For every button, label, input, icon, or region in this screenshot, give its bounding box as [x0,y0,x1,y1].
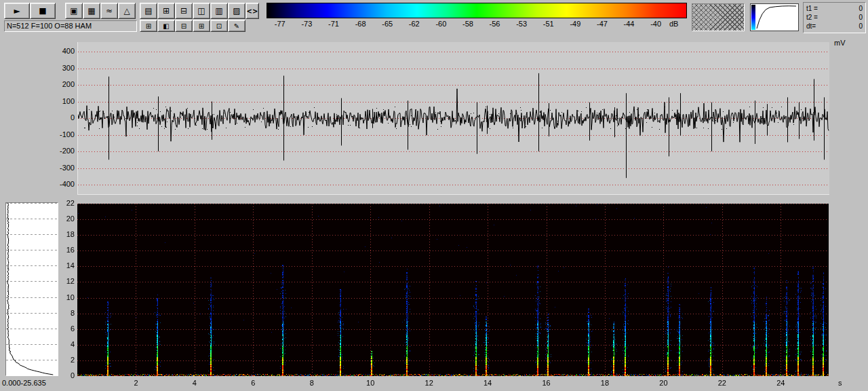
spectrogram-x-tick: 18 [597,379,613,387]
grid-layout-full-button[interactable]: ⊞ [140,20,157,32]
vertical-split-button[interactable]: ◫ [193,3,210,19]
spectrogram-x-tick: 2 [127,379,144,387]
time-readout-panel: t1 =0t2 =0dt=0 [803,2,866,33]
time-readout-value: 0 [859,13,863,22]
colorbar-tick: -65 [374,20,401,28]
waveform-y-tick: -400 [43,180,75,188]
spectrum-histogram-canvas [6,203,58,375]
spectrogram-x-tick: 8 [304,379,320,387]
db-colorbar: -77-73-71-68-65-62-60-58-56-53-51-49-47-… [267,3,687,28]
spectrogram-y-tick: 22 [43,199,75,207]
colorbar-tick: -60 [428,20,455,28]
colorbar-tick: -68 [347,20,374,28]
colorbar-tick: -44 [616,20,643,28]
grid-layout-bottom-button[interactable]: ⊟ [175,20,193,32]
time-readout-value: 0 [859,4,863,13]
waveform-plot[interactable] [77,42,829,195]
spectrogram-y-tick: 16 [43,246,75,254]
spectrogram-y-tick: 6 [43,324,75,333]
waveform-unit-label: mV [834,39,846,47]
spectrogram-y-tick: 18 [43,230,75,238]
time-readout-label: t1 = [806,4,818,13]
layout-toolbar-group: ⊞◧⊟⊞⊡✎ [140,20,245,32]
spectrogram-y-tick: 4 [43,340,75,348]
signal-view-button[interactable]: ≈ [100,3,118,19]
colorbar-unit-label: dB [669,20,687,28]
grid-layout-single-button[interactable]: ⊡ [210,20,228,32]
play-button[interactable]: ► [4,3,30,19]
spectrogram-x-tick: 10 [362,379,378,387]
spectrum-histogram-panel [5,202,58,376]
colorbar-tick: -53 [508,20,535,28]
spectrogram-x-tick: 12 [421,379,437,387]
colorbar-tick: -47 [589,20,616,28]
spectrogram-x-tick: 4 [186,379,203,387]
window-function-button[interactable]: △ [118,3,136,19]
spectrogram-x-tick: 24 [772,379,789,387]
print-button[interactable]: ▥ [210,3,228,19]
waveform-y-tick: -100 [43,130,75,138]
spectrogram-x-tick: 6 [245,379,261,387]
waveform-y-tick: 200 [43,80,75,88]
waveform-y-tick: 100 [43,97,75,105]
spectrogram-plot[interactable] [77,204,829,376]
stop-button[interactable]: ■ [30,3,56,19]
colorbar-tick: -49 [562,20,589,28]
transport-buttons: ►■ [4,3,56,19]
hatch-pattern-box [692,3,745,31]
waveform-y-tick: -200 [43,147,75,155]
grid-layout-quad-button[interactable]: ⊞ [193,20,210,32]
spectrogram-x-tick: 20 [655,379,671,387]
save-button[interactable]: ▦ [83,3,100,19]
view-toolbar-group: ▤⊞⊟◫▥▨<> [140,3,259,19]
colorbar-tick: -73 [294,20,321,28]
waveform-y-tick: -300 [43,164,75,172]
colorbar-tick: -40 [642,20,669,28]
spectrogram-x-tick: 16 [538,379,555,387]
spectrogram-y-tick: 12 [43,277,75,285]
spectrogram-y-tick: 0 [43,371,75,379]
time-readout-value: 0 [859,22,863,31]
spectrogram-y-tick: 14 [43,261,75,269]
time-readout-label: dt= [806,22,816,31]
open-file-button[interactable]: ▨ [228,3,245,19]
spectrogram-unit-label: s [838,379,842,387]
colorbar-tick: -62 [401,20,428,28]
spectrogram-y-tick: 10 [43,293,75,301]
waveform-y-tick: 400 [43,47,75,55]
spectrogram-y-tick: 2 [43,356,75,364]
colorbar-tick: -77 [267,20,294,28]
colorbar-tick: -51 [535,20,562,28]
swap-channels-button[interactable]: <> [245,3,259,19]
file-toolbar-group: ▣▦≈△ [65,3,136,19]
report-view-button[interactable]: ▤ [140,3,157,19]
spectrogram-y-tick: 8 [43,309,75,317]
colorbar-tick: -58 [454,20,481,28]
spectrogram-y-tick: 20 [43,215,75,223]
horizontal-split-button[interactable]: ⊟ [175,3,193,19]
colorbar-tick: -71 [320,20,347,28]
time-readout-label: t2 = [806,13,818,22]
spectrogram-x-tick: 14 [479,379,496,387]
colorbar-tick-row: -77-73-71-68-65-62-60-58-56-53-51-49-47-… [267,20,687,28]
new-analysis-button[interactable]: ⊞ [157,3,175,19]
waveform-y-tick: 0 [43,113,75,122]
spectrogram-x-tick: 22 [714,379,730,387]
grid-layout-left-button[interactable]: ◧ [157,20,175,32]
colorbar-tick: -56 [481,20,509,28]
waveform-y-tick: 300 [43,64,75,72]
time-range-label: 0.000-25.635 [2,379,46,387]
edit-button[interactable]: ✎ [228,20,245,32]
colorbar-gradient [267,3,687,18]
cascade-windows-button[interactable]: ▣ [65,3,83,19]
fft-settings-status: N=512 F=100 O=88 HAM [4,20,137,32]
transfer-curve-box [750,3,799,31]
transfer-curve-canvas [751,4,798,31]
